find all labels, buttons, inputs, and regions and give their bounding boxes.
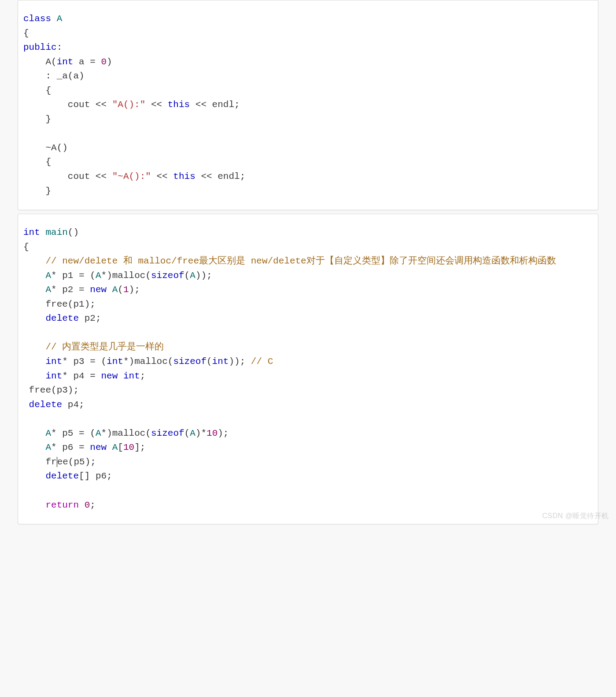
keyword-sizeof: sizeof <box>173 356 207 367</box>
keyword-new: new <box>101 371 118 381</box>
cout: cout <box>68 100 90 110</box>
cout: cout <box>68 171 90 182</box>
comment: // new/delete 和 malloc/free最大区别是 new/del… <box>45 256 556 266</box>
number: 10 <box>207 428 218 438</box>
keyword-public: public <box>23 42 57 52</box>
code-pre: class A { public: A(int a = 0) : _a(a) {… <box>23 12 594 198</box>
code-pre: int main() { // new/delete 和 malloc/free… <box>23 226 594 512</box>
number: 0 <box>85 500 90 510</box>
keyword-int: int <box>45 356 62 367</box>
dtor-name: A <box>51 143 57 153</box>
keyword-delete: delete <box>29 400 63 410</box>
type: A <box>45 428 51 438</box>
malloc: malloc <box>112 271 146 281</box>
tilde: ~ <box>45 143 51 153</box>
keyword-delete: delete <box>45 313 79 323</box>
keyword-int: int <box>45 371 62 381</box>
keyword-this: this <box>173 171 195 182</box>
type: A <box>45 271 51 281</box>
fn-main: main <box>45 227 67 237</box>
keyword-new: new <box>90 442 107 452</box>
free: fr <box>45 457 56 467</box>
keyword-this: this <box>168 100 190 110</box>
watermark: CSDN @睡觉待开机 <box>542 511 609 522</box>
keyword-return: return <box>45 500 79 510</box>
endl: endl <box>212 100 234 110</box>
malloc: malloc <box>112 428 146 438</box>
endl: endl <box>218 171 240 182</box>
brace-open: { <box>23 242 29 252</box>
comment: // 内置类型是几乎是一样的 <box>45 342 164 352</box>
code-block-main: int main() { // new/delete 和 malloc/free… <box>18 214 598 524</box>
number: 10 <box>123 442 134 452</box>
param: a <box>79 57 85 67</box>
free: free <box>29 385 51 395</box>
number: 0 <box>101 57 107 67</box>
free: free <box>45 299 67 309</box>
keyword-sizeof: sizeof <box>151 428 184 438</box>
brace-close: } <box>45 186 51 196</box>
ctor-name: A <box>45 57 51 67</box>
keyword-int: int <box>23 227 40 237</box>
member: _a <box>57 71 68 81</box>
var: p3 <box>73 356 84 367</box>
keyword-int: int <box>57 57 74 67</box>
type: A <box>45 285 51 295</box>
number: 1 <box>123 285 129 295</box>
brace-open: { <box>23 28 29 38</box>
var: p5 <box>62 428 73 438</box>
keyword-delete: delete <box>45 471 79 481</box>
string-literal: "A():" <box>112 100 146 110</box>
var: p1 <box>62 271 73 281</box>
brace-close: } <box>45 114 51 124</box>
brace-open: { <box>45 85 51 96</box>
var: p4 <box>73 371 84 381</box>
keyword-sizeof: sizeof <box>151 271 184 281</box>
string-literal: "~A():" <box>112 171 151 182</box>
keyword-class: class <box>23 14 51 24</box>
class-name: A <box>57 14 63 24</box>
type: A <box>45 442 51 452</box>
keyword-new: new <box>90 285 107 295</box>
var: p2 <box>62 285 73 295</box>
brace-open: { <box>45 157 51 167</box>
malloc: malloc <box>134 356 168 367</box>
code-document: class A { public: A(int a = 0) : _a(a) {… <box>0 0 616 524</box>
code-block-class: class A { public: A(int a = 0) : _a(a) {… <box>18 0 598 210</box>
comment: // C <box>251 356 273 367</box>
var: p6 <box>62 442 73 452</box>
